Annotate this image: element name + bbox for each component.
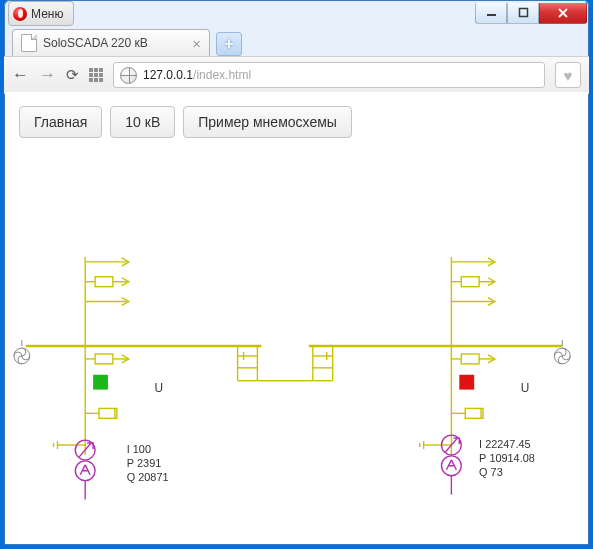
app-menu-button[interactable]: Меню [8,1,74,26]
bookmark-button[interactable]: ♥ [555,62,581,88]
app-menu-label: Меню [31,7,63,21]
minimize-button[interactable] [475,3,507,24]
svg-rect-5 [95,277,113,287]
tab-strip: SoloSCADA 220 кВ × + [4,27,589,56]
toolbar: ← → ⟳ 127.0.0.1/index.html ♥ [4,56,589,94]
tab-close-icon[interactable]: × [192,36,201,51]
speed-dial-button[interactable] [89,68,103,82]
titlebar: Меню [4,0,589,27]
svg-text:P 10914.08: P 10914.08 [479,452,535,464]
globe-icon [120,67,137,84]
nav-button-main[interactable]: Главная [19,106,102,138]
forward-button[interactable]: → [39,65,56,85]
url-text: 127.0.0.1/index.html [143,68,251,82]
scada-svg: U I 100 P 2391 Q 20871 U I 22247.45 P 10… [5,158,588,544]
url-path: /index.html [193,68,251,82]
tab-title: SoloSCADA 220 кВ [43,36,148,50]
svg-rect-42 [461,354,479,364]
svg-text:Q 20871: Q 20871 [127,471,169,483]
close-icon [557,7,569,19]
reload-button[interactable]: ⟳ [66,66,79,84]
status-indicator-left [93,375,108,390]
minimize-icon [486,7,497,18]
window-controls [475,3,587,24]
close-button[interactable] [539,3,587,24]
nav-buttons: Главная 10 кВ Пример мнемосхемы [5,92,588,152]
back-button[interactable]: ← [12,65,29,85]
new-tab-button[interactable]: + [216,32,242,56]
svg-rect-11 [461,277,479,287]
svg-text:P 2391: P 2391 [127,457,161,469]
svg-text:U: U [521,381,530,395]
readout-left: U I 100 P 2391 Q 20871 [127,381,169,483]
mnemoscheme: U I 100 P 2391 Q 20871 U I 22247.45 P 10… [5,158,588,544]
nav-button-example[interactable]: Пример мнемосхемы [183,106,352,138]
svg-text:I  22247.45: I 22247.45 [479,438,530,450]
browser-window: Меню SoloSCADA 220 кВ × + ← → ⟳ [4,0,589,545]
svg-text:I  100: I 100 [127,443,151,455]
svg-rect-1 [519,9,527,17]
maximize-icon [518,7,529,18]
svg-rect-0 [487,14,496,16]
nav-button-10kv[interactable]: 10 кВ [110,106,175,138]
tab-active[interactable]: SoloSCADA 220 кВ × [12,29,210,56]
svg-text:Q 73: Q 73 [479,466,503,478]
page-icon [21,34,37,52]
opera-logo-icon [13,7,27,21]
url-host: 127.0.0.1 [143,68,193,82]
readout-right: U I 22247.45 P 10914.08 Q 73 [479,381,535,478]
svg-text:U: U [154,381,163,395]
address-bar[interactable]: 127.0.0.1/index.html [113,62,545,88]
svg-rect-35 [95,354,113,364]
status-indicator-right [459,375,474,390]
maximize-button[interactable] [507,3,539,24]
page-viewport: Главная 10 кВ Пример мнемосхемы [5,92,588,544]
